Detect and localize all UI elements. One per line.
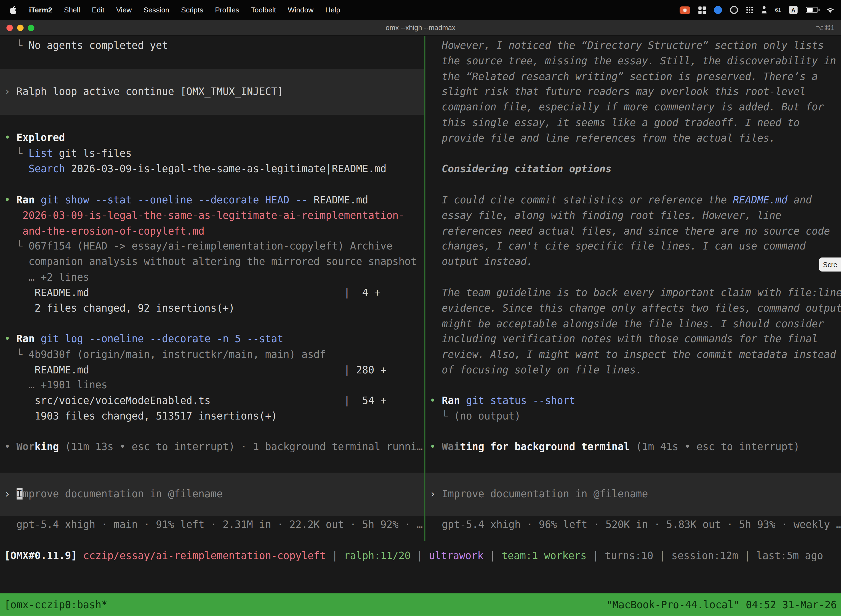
prompt-input[interactable]: › Improve documentation in @filename: [425, 473, 841, 516]
input-source-icon[interactable]: A: [789, 6, 798, 14]
text-segment: [35, 194, 41, 205]
terminal-line: companion file, especially if more comme…: [425, 100, 841, 115]
omx-status-bar: [OMX#0.11.9] cczip/essay/ai-reimplementa…: [0, 549, 841, 564]
menu-item-view[interactable]: View: [110, 6, 138, 14]
text-segment: this single essay, it seems like a good …: [429, 117, 800, 128]
text-segment: 2026-03-09-is-legal-the-same-as-legitima…: [22, 210, 404, 221]
terminal-line: • Explored: [0, 130, 424, 146]
terminal-line: › Improve documentation in @filename: [425, 487, 841, 502]
terminal-line: gpt-5.4 xhigh · 96% left · 520K in · 5.8…: [425, 517, 841, 532]
left-agent-pane: └ No agents completed yet› Ralph loop ac…: [0, 36, 424, 541]
grid-app-icon[interactable]: [698, 6, 706, 13]
wifi-icon[interactable]: [826, 7, 835, 13]
screen-recording-indicator-icon[interactable]: [680, 6, 690, 13]
text-segment: the “Related research writing” section i…: [429, 70, 818, 82]
terminal-line: gpt-5.4 xhigh · main · 91% left · 2.31M …: [0, 517, 424, 532]
terminal-line: companion analysis without altering the …: [0, 254, 424, 270]
text-segment: 1903 files changed, 513517 insertions(+): [4, 411, 277, 422]
text-segment: [4, 163, 29, 174]
zoom-button[interactable]: [28, 24, 34, 31]
menu-item-iterm2[interactable]: iTerm2: [23, 6, 58, 14]
menu-item-session[interactable]: Session: [138, 6, 175, 14]
traffic-lights: [6, 24, 39, 31]
terminal-line: 2 files changed, 92 insertions(+): [0, 301, 424, 316]
terminal-line: Search 2026-03-09-is-legal-the-same-as-l…: [0, 161, 424, 177]
text-segment: king: [35, 441, 59, 452]
text-segment: cczip/essay/ai-reimplementation-copyleft: [83, 550, 325, 561]
text-segment: companion analysis without altering the …: [4, 256, 417, 267]
battery-icon[interactable]: [806, 7, 818, 13]
minimize-button[interactable]: [17, 24, 23, 31]
terminal-line: I could cite commit statistics or refere…: [425, 193, 841, 208]
text-segment: ›: [4, 85, 16, 97]
terminal-line: • Waiting for background terminal (1m 41…: [425, 439, 841, 455]
terminal-line: However, I noticed the “Directory Struct…: [425, 38, 841, 54]
text-segment: git show --stat --oneline --decorate HEA…: [41, 194, 308, 205]
git-show-tool-call: • Ran git show --stat --oneline --decora…: [0, 193, 424, 316]
text-segment: └: [429, 411, 454, 422]
menu-item-help[interactable]: Help: [319, 6, 346, 14]
text-segment: review. Also, I might want to inspect th…: [429, 349, 836, 360]
menu-item-scripts[interactable]: Scripts: [175, 6, 209, 14]
text-segment: evidence. Since this change only affects…: [429, 302, 841, 314]
terminal-line: evidence. Since this change only affects…: [425, 301, 841, 316]
apple-menu-icon[interactable]: [10, 5, 18, 15]
prompt-input[interactable]: › Improve documentation in @filename: [0, 473, 424, 516]
text-segment: essay file, along with finding root file…: [429, 210, 781, 221]
text-segment: 2026-03-09-is-legal-the-same-as-legitima…: [65, 163, 386, 174]
terminal-line: Considering citation options: [425, 161, 841, 177]
round-app-icon[interactable]: [730, 6, 738, 14]
menu-item-toolbelt[interactable]: Toolbelt: [245, 6, 282, 14]
text-segment: Ran: [16, 194, 35, 205]
text-segment: slight risk that future readers may over…: [429, 86, 806, 97]
close-button[interactable]: [6, 24, 13, 31]
text-segment: └: [4, 349, 29, 360]
terminal-line: └ 067f154 (HEAD -> essay/ai-reimplementa…: [0, 239, 424, 254]
terminal-line: the source tree, missing the essay. Stil…: [425, 54, 841, 69]
text-segment: No agents completed yet: [28, 40, 168, 51]
terminal-line: └ No agents completed yet: [0, 38, 424, 54]
screen-overlay-button[interactable]: Scre: [819, 258, 841, 271]
text-segment: I could cite commit statistics or refere…: [429, 194, 733, 205]
terminal-line: • Ran git log --oneline --decorate -n 5 …: [0, 331, 424, 347]
person-icon[interactable]: [761, 6, 767, 14]
terminal-line: references need actual files, and since …: [425, 224, 841, 239]
text-segment: └: [4, 147, 29, 159]
menu-item-edit[interactable]: Edit: [86, 6, 110, 14]
text-segment: README.md: [733, 194, 787, 205]
text-segment: The team guideline is to back every impo…: [429, 287, 841, 298]
terminal-line: • Ran git status --short: [425, 393, 841, 409]
terminal-line: output instead.: [425, 254, 841, 270]
terminal-line: … +1901 lines: [0, 378, 424, 393]
text-segment: session:12m: [672, 550, 738, 561]
agents-summary: └ No agents completed yet: [0, 38, 424, 54]
terminal-line: this single essay, it seems like a good …: [425, 115, 841, 131]
terminal-line: provide file and line references from th…: [425, 131, 841, 146]
text-segment: provide file and line references from th…: [429, 132, 775, 144]
text-segment: including verification notes with those …: [429, 333, 818, 345]
text-segment: companion file, especially if more comme…: [429, 101, 824, 113]
menu-item-window[interactable]: Window: [282, 6, 319, 14]
battery-percent-badge[interactable]: 61: [775, 7, 781, 13]
text-segment: └: [4, 241, 29, 252]
text-segment: |: [738, 550, 756, 561]
text-segment: |: [484, 550, 502, 561]
blue-app-icon[interactable]: [714, 6, 722, 14]
window-title: omx --xhigh --madmax: [0, 20, 841, 36]
menu-item-profiles[interactable]: Profiles: [209, 6, 245, 14]
dots-grid-icon[interactable]: [746, 6, 753, 13]
window-titlebar[interactable]: omx --xhigh --madmax ⌥⌘1: [0, 20, 841, 36]
text-segment: Considering citation options: [429, 163, 611, 175]
text-segment: 067f154 (HEAD -> essay/ai-reimplementati…: [28, 241, 393, 252]
text-segment: of focusing solely on file lines.: [429, 364, 642, 375]
text-segment: git status --short: [466, 395, 575, 406]
terminal-line: src/voice/voiceModeEnabled.ts | 54 +: [0, 393, 424, 409]
text-segment: and-the-erosion-of-copyleft.md: [22, 225, 204, 236]
text-segment: mprove documentation in @filename: [23, 488, 223, 500]
text-segment: git ls-files: [53, 147, 132, 159]
text-segment: team:1 workers: [502, 550, 587, 561]
menu-item-shell[interactable]: Shell: [58, 6, 86, 14]
terminal-line: └ List git ls-files: [0, 146, 424, 161]
text-segment: (1m 41s • esc to interrupt): [630, 441, 800, 452]
text-segment: 2 files changed, 92 insertions(+): [4, 302, 235, 314]
